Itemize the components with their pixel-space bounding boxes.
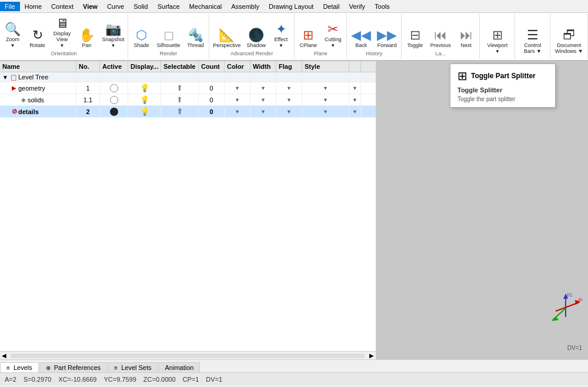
details-selectable-cell[interactable]: ⬆ bbox=[161, 106, 199, 117]
geometry-selectable-cell[interactable]: ⬆ bbox=[161, 82, 199, 94]
color-dropdown-arrow[interactable]: ▼ bbox=[235, 85, 240, 91]
solids-width-arrow[interactable]: ▼ bbox=[260, 97, 266, 103]
pan-button[interactable]: ✋ Pan bbox=[75, 28, 99, 49]
menu-verify[interactable]: Verify bbox=[345, 2, 370, 11]
scroll-left-btn[interactable]: ◀ bbox=[0, 352, 8, 359]
display-view-button[interactable]: 🖥 Display View ▼ bbox=[51, 16, 74, 49]
status-dv: DV=1 bbox=[206, 376, 222, 383]
table-row[interactable]: ▶ geometry 1 💡 ⬆ 0 ▼ ▼ bbox=[0, 82, 376, 94]
solids-style-cell[interactable]: ▼ bbox=[302, 94, 349, 105]
tab-levels[interactable]: ≡ Levels bbox=[0, 362, 39, 372]
table-row[interactable]: ◆ solids 1.1 💡 ⬆ 0 ▼ ▼ bbox=[0, 94, 376, 106]
table-row[interactable]: ▼ 📋 Level Tree bbox=[0, 72, 376, 82]
solids-selectable-cell[interactable]: ⬆ bbox=[161, 94, 199, 105]
previous-button[interactable]: ⏮ Previous bbox=[428, 28, 453, 49]
tab-part-references[interactable]: ⊕ Part References bbox=[39, 362, 108, 372]
menu-mechanical[interactable]: Mechanical bbox=[185, 2, 227, 11]
details-arrow-icon[interactable]: ▼ bbox=[352, 109, 358, 115]
geometry-expand-icon[interactable]: ▶ bbox=[12, 85, 16, 91]
geometry-row-arrow[interactable]: ▼ bbox=[349, 82, 361, 94]
solids-arrow-icon[interactable]: ▼ bbox=[352, 97, 358, 103]
toggle-button[interactable]: ⊟ Toggle bbox=[403, 28, 427, 49]
geometry-active-radio[interactable] bbox=[110, 84, 118, 92]
geometry-flag-cell[interactable]: ▼ bbox=[276, 82, 302, 94]
next-button[interactable]: ⏭ Next bbox=[455, 28, 478, 49]
details-flag-cell[interactable]: ▼ bbox=[276, 106, 302, 117]
solids-flag-cell[interactable]: ▼ bbox=[276, 94, 302, 105]
horizontal-scrollbar[interactable]: ◀ ▶ bbox=[0, 351, 376, 359]
details-color-cell[interactable]: ▼ bbox=[225, 106, 250, 117]
solids-cursor-icon[interactable]: ⬆ bbox=[176, 95, 183, 104]
details-width-arrow[interactable]: ▼ bbox=[260, 109, 266, 115]
zoom-button[interactable]: 🔍 Zoom ▼ bbox=[1, 22, 25, 49]
menu-home[interactable]: Home bbox=[20, 2, 46, 11]
geometry-display-cell[interactable]: 💡 bbox=[128, 82, 161, 94]
tab-animation[interactable]: Animation bbox=[159, 362, 201, 372]
details-style-cell[interactable]: ▼ bbox=[302, 106, 349, 117]
details-cursor-icon[interactable]: ⬆ bbox=[176, 107, 183, 116]
details-row-arrow[interactable]: ▼ bbox=[349, 106, 361, 117]
collapse-icon[interactable]: ▼ bbox=[2, 74, 8, 81]
control-bars-button[interactable]: ☰ Control Bars ▼ bbox=[518, 28, 547, 55]
perspective-button[interactable]: 📐 Perspective bbox=[211, 28, 243, 49]
rotate-button[interactable]: ↻ Rotate bbox=[26, 28, 49, 49]
solids-row-arrow[interactable]: ▼ bbox=[349, 94, 361, 105]
geometry-style-cell[interactable]: ▼ bbox=[302, 82, 349, 94]
tab-level-sets[interactable]: ≡ Level Sets bbox=[108, 362, 158, 372]
geometry-cursor-icon[interactable]: ⬆ bbox=[176, 84, 183, 92]
details-flag-arrow[interactable]: ▼ bbox=[286, 109, 292, 115]
details-active-radio[interactable] bbox=[110, 108, 118, 116]
menu-curve[interactable]: Curve bbox=[102, 2, 129, 11]
solids-active-cell[interactable] bbox=[100, 94, 128, 105]
solids-flag-arrow[interactable]: ▼ bbox=[286, 97, 292, 103]
shadow-button[interactable]: 🌑 Shadow bbox=[244, 28, 268, 49]
cutting-button[interactable]: ✂ Cutting ▼ bbox=[321, 22, 345, 49]
table-row[interactable]: ⊘ details 2 💡 ⬆ 0 ▼ ▼ bbox=[0, 106, 376, 118]
solids-style-arrow[interactable]: ▼ bbox=[323, 97, 328, 103]
menu-drawing-layout[interactable]: Drawing Layout bbox=[264, 2, 318, 11]
details-bulb-icon[interactable]: 💡 bbox=[140, 107, 149, 116]
menu-context[interactable]: Context bbox=[46, 2, 78, 11]
snapshot-button[interactable]: 📷 Snapshot ▼ bbox=[100, 22, 127, 49]
solids-color-arrow[interactable]: ▼ bbox=[235, 97, 240, 103]
silhouette-button[interactable]: ◻ Silhouette bbox=[154, 28, 182, 49]
details-active-cell[interactable] bbox=[100, 106, 128, 117]
forward-button[interactable]: ▶▶ Forward bbox=[375, 28, 399, 49]
level-sets-tab-label: Level Sets bbox=[121, 364, 151, 371]
geometry-active-cell[interactable] bbox=[100, 82, 128, 94]
menu-solid[interactable]: Solid bbox=[129, 2, 152, 11]
details-color-arrow[interactable]: ▼ bbox=[235, 109, 240, 115]
effect-button[interactable]: ✦ Effect ▼ bbox=[269, 22, 293, 49]
group-no-cell bbox=[76, 72, 100, 82]
geometry-width-cell[interactable]: ▼ bbox=[250, 82, 276, 94]
width-dropdown-arrow[interactable]: ▼ bbox=[260, 85, 266, 91]
style-dropdown-arrow[interactable]: ▼ bbox=[323, 85, 328, 91]
menu-assembly[interactable]: Assembly bbox=[226, 2, 264, 11]
row-arrow-icon[interactable]: ▼ bbox=[352, 85, 358, 91]
document-windows-button[interactable]: 🗗 Document Windows ▼ bbox=[553, 28, 586, 55]
shade-button[interactable]: ⬡ Shade bbox=[129, 28, 153, 49]
details-display-cell[interactable]: 💡 bbox=[128, 106, 161, 117]
details-width-cell[interactable]: ▼ bbox=[250, 106, 276, 117]
previous-label: Previous bbox=[430, 42, 451, 48]
menu-tools[interactable]: Tools bbox=[370, 2, 395, 11]
menu-surface[interactable]: Surface bbox=[153, 2, 185, 11]
scrollbar-track[interactable] bbox=[11, 353, 365, 358]
geometry-bulb-icon[interactable]: 💡 bbox=[140, 84, 149, 92]
solids-width-cell[interactable]: ▼ bbox=[250, 94, 276, 105]
thread-button[interactable]: 🔩 Thread bbox=[184, 28, 208, 49]
back-button[interactable]: ◀◀ Back bbox=[349, 28, 373, 49]
solids-display-cell[interactable]: 💡 bbox=[128, 94, 161, 105]
scroll-right-btn[interactable]: ▶ bbox=[368, 352, 376, 359]
cplane-button[interactable]: ⊞ CPlane bbox=[296, 28, 320, 49]
flag-dropdown-arrow[interactable]: ▼ bbox=[286, 85, 292, 91]
solids-color-cell[interactable]: ▼ bbox=[225, 94, 250, 105]
viewport-button[interactable]: ⊞ Viewport ▼ bbox=[485, 28, 510, 55]
solids-bulb-icon[interactable]: 💡 bbox=[140, 95, 149, 104]
geometry-color-cell[interactable]: ▼ bbox=[225, 82, 250, 94]
menu-view[interactable]: View bbox=[78, 2, 102, 11]
menu-detail[interactable]: Detail bbox=[318, 2, 344, 11]
details-style-arrow[interactable]: ▼ bbox=[323, 109, 328, 115]
menu-file[interactable]: File bbox=[0, 2, 20, 11]
solids-active-radio[interactable] bbox=[110, 96, 118, 104]
